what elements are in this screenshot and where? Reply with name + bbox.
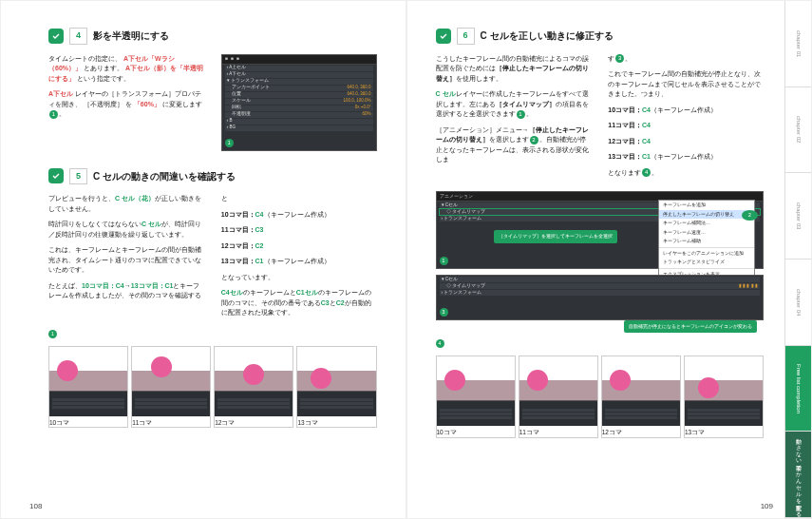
step-6-header: 6 C セルを正しい動きに修正する [436,28,765,45]
koma-10: 10コマ [48,346,128,429]
step-icon [436,29,451,44]
step-title: C セルの動きの間違いを確認する [93,169,236,183]
step-number: 4 [69,28,87,45]
ref-badge-1: 1 [517,110,525,119]
step-4-header: 4 影を半透明にする [48,28,377,45]
koma-12: 12コマ [601,356,681,438]
step-title: 影を半透明にする [93,29,169,43]
step-icon [48,168,64,183]
callout-select-all: ［タイムリマップ］を選択してキーフレームを全選択 [494,230,617,243]
step-number: 6 [457,28,475,45]
page-number: 108 [29,501,42,512]
tab-ch3[interactable]: chapter 03 [784,173,811,260]
ref-badge-3: 3 [615,54,624,63]
tab-ch2[interactable]: chapter 02 [784,87,811,174]
step-title: C セルを正しい動きに修正する [481,29,614,43]
koma-13: 13コマ [296,346,376,429]
ae-timeline-hold: ▾ Cセル ◇ タイムリマップ▮ ▮ ▮ ▮ ▮ › トランスフォーム 自動補完… [436,275,765,320]
page-109: 6 C セルを正しい動きに修正する こうしたキーフレーム間の自動補完によるコマの… [406,0,813,519]
step-icon [48,29,64,44]
tab-ch4[interactable]: chapter 04 [784,260,811,346]
chapter-tabs: chapter 01 chapter 02 chapter 03 chapter… [784,1,811,518]
page-number: 109 [761,501,773,512]
callout-icon-change: 自動補完が停止になるとキーフレームのアイコンが変わる [624,320,757,334]
koma-strip-right: 10コマ 11コマ 12コマ 13コマ [436,356,765,438]
step-5-body: プレビューを行うと、C セル（花）が正しい動きをしていません。 時計回りをしなく… [48,194,377,324]
screenshot-badge-1: 1 [440,257,448,265]
page-108: 4 影を半透明にする タイムシートの指定に、 A下セル「Wラシ（60%）」 とあ… [0,0,406,519]
step-4-body: タイムシートの指定に、 A下セル「Wラシ（60%）」 とあります。 A下セル（影… [48,54,377,151]
step-number: 5 [69,168,87,185]
koma-strip-left: 10コマ 11コマ 12コマ 13コマ [48,346,377,429]
screenshot-badge-2: 2 [742,210,758,221]
strip-badge-1: 1 [48,330,57,338]
koma-11: 11コマ [131,346,211,429]
tab-completion[interactable]: Free list completion [784,346,811,432]
koma-11: 11コマ [519,356,598,438]
ae-properties-panel: ■■■ › A上セル › A下セル ▾ トランスフォーム アンカーポイント640… [221,54,377,151]
tab-ch1[interactable]: chapter 01 [784,1,811,87]
step-6-body: こうしたキーフレーム間の自動補完によるコマの誤配置を防ぐためには［停止したキーフ… [436,54,765,184]
ref-badge-4: 4 [642,168,651,177]
koma-12: 12コマ [214,346,293,429]
ref-badge-1: 1 [49,110,58,119]
ae-timeline-select-all: アニメーション ▾ Cセル ◇ タイムリマップ › トランスフォーム ［タイムリ… [436,191,765,269]
ref-badge-2: 2 [530,136,538,144]
tab-current-section[interactable]: 動かさない手前でかんセルを配置する [784,432,811,518]
screenshot-badge-3: 3 [440,308,448,317]
koma-13: 13コマ [684,356,764,438]
screenshot-badge-1: 1 [225,139,234,147]
strip-badge-4: 4 [436,339,444,348]
step-5-header: 5 C セルの動きの間違いを確認する [48,168,377,185]
koma-10: 10コマ [436,356,516,438]
